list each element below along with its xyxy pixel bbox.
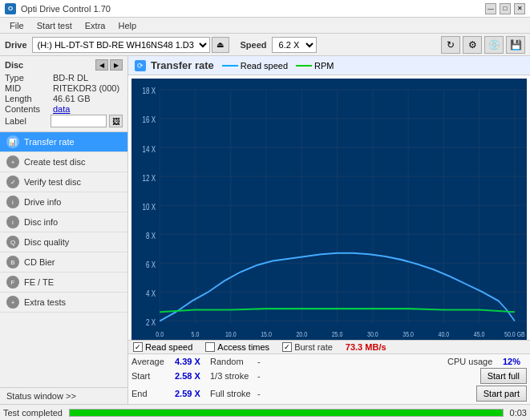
legend-read-color — [222, 65, 238, 67]
mid-label: MID — [5, 83, 53, 93]
length-label: Length — [5, 94, 53, 103]
extra-tests-label: Extra tests — [24, 297, 66, 307]
drive-info-label: Drive info — [24, 197, 61, 207]
svg-text:16 X: 16 X — [143, 115, 156, 125]
disc-quality-icon: Q — [6, 236, 19, 248]
sidebar-item-cd-bier[interactable]: B CD Bier — [0, 252, 127, 273]
cd-bier-label: CD Bier — [24, 257, 55, 267]
access-times-checkbox[interactable] — [205, 342, 215, 352]
status-time: 0:03 — [510, 408, 527, 418]
refresh-icon[interactable]: ↻ — [441, 36, 460, 54]
random-label: Random — [210, 357, 254, 366]
svg-rect-0 — [131, 79, 527, 340]
svg-text:5.0: 5.0 — [192, 329, 200, 338]
drive-info-icon: i — [6, 196, 19, 208]
sidebar-item-disc-info[interactable]: i Disc info — [0, 212, 127, 232]
stroke-value: - — [257, 371, 273, 381]
burst-rate-label: Burst rate — [294, 342, 333, 352]
app-icon: O — [5, 3, 16, 14]
maximize-button[interactable]: □ — [500, 3, 511, 14]
sidebar-item-extra-tests[interactable]: + Extra tests — [0, 293, 127, 313]
fe-te-icon: F — [6, 276, 19, 289]
svg-text:10 X: 10 X — [143, 201, 156, 212]
start-full-button[interactable]: Start full — [480, 368, 527, 384]
status-window-button[interactable]: Status window >> — [0, 387, 127, 404]
menu-help[interactable]: Help — [111, 19, 143, 32]
chart-title: Transfer rate — [151, 59, 214, 71]
sidebar: Disc ◀ ▶ Type BD-R DL MID RITEKDR3 (000)… — [0, 56, 128, 404]
save-icon[interactable]: 💾 — [506, 36, 525, 54]
eject-button[interactable]: ⏏ — [212, 37, 229, 53]
contents-value[interactable]: data — [53, 104, 70, 114]
stats-row-2: Start 2.58 X 1/3 stroke - Start full — [131, 367, 527, 385]
average-value: 4.39 X — [175, 357, 207, 366]
disc-icon-1[interactable]: ◀ — [95, 59, 108, 71]
menu-file[interactable]: File — [3, 19, 30, 32]
svg-text:10.0: 10.0 — [225, 329, 237, 338]
sidebar-item-verify-test-disc[interactable]: ✓ Verify test disc — [0, 172, 127, 192]
close-button[interactable]: ✕ — [514, 3, 525, 14]
status-progress-container — [69, 409, 504, 417]
start-part-button[interactable]: Start part — [476, 386, 527, 402]
drive-select-container: (H:) HL-DT-ST BD-RE WH16NS48 1.D3 ⏏ — [32, 37, 229, 53]
svg-text:14 X: 14 X — [143, 143, 156, 154]
svg-text:18 X: 18 X — [143, 86, 156, 96]
sidebar-item-transfer-rate[interactable]: 📊 Transfer rate — [0, 132, 127, 152]
legend-rpm-color — [296, 65, 312, 67]
burst-rate-value: 73.3 MB/s — [346, 342, 386, 352]
chart-icon: ⟳ — [135, 60, 146, 71]
svg-text:50.0 GB: 50.0 GB — [504, 329, 525, 338]
type-label: Type — [5, 73, 53, 83]
read-speed-checkbox-label: Read speed — [145, 342, 192, 352]
read-speed-checkbox-group: Read speed — [133, 342, 192, 352]
fe-te-label: FE / TE — [24, 277, 54, 287]
end-label: End — [131, 389, 172, 398]
cd-bier-icon: B — [6, 256, 19, 269]
menu-start-test[interactable]: Start test — [30, 19, 79, 32]
transfer-rate-icon: 📊 — [6, 135, 19, 148]
burst-rate-checkbox-group: Burst rate — [282, 342, 333, 352]
disc-info-icon: i — [6, 216, 19, 228]
label-input[interactable] — [51, 115, 107, 127]
end-value: 2.59 X — [175, 389, 207, 398]
checkbox-row: Read speed Access times Burst rate 73.3 … — [128, 340, 530, 353]
stats-row-1: Average 4.39 X Random - CPU usage 12% — [131, 356, 527, 367]
legend-rpm-label: RPM — [314, 61, 334, 71]
disc-label: Disc — [5, 60, 23, 70]
stats-row-3: End 2.59 X Full stroke - Start part — [131, 385, 527, 402]
random-value: - — [257, 357, 273, 366]
sidebar-item-fe-te[interactable]: F FE / TE — [0, 273, 127, 293]
speed-select[interactable]: 6.2 X — [272, 37, 317, 53]
svg-text:40.0: 40.0 — [439, 329, 450, 338]
status-progress-bar — [70, 410, 503, 416]
svg-text:35.0: 35.0 — [403, 329, 414, 338]
sidebar-item-create-test-disc[interactable]: + Create test disc — [0, 152, 127, 172]
settings-icon[interactable]: ⚙ — [463, 36, 482, 54]
sidebar-item-drive-info[interactable]: i Drive info — [0, 192, 127, 212]
read-speed-checkbox[interactable] — [133, 342, 143, 352]
legend-rpm: RPM — [296, 61, 334, 71]
minimize-button[interactable]: — — [485, 3, 496, 14]
label-icon-button[interactable]: 🖼 — [109, 115, 123, 127]
start-label: Start — [131, 371, 172, 381]
legend-read-speed: Read speed — [222, 61, 288, 71]
title-bar: O Opti Drive Control 1.70 — □ ✕ — [0, 0, 530, 18]
stats-section: Average 4.39 X Random - CPU usage 12% St… — [128, 353, 530, 404]
full-stroke-label: Full stroke — [210, 389, 254, 398]
drive-select[interactable]: (H:) HL-DT-ST BD-RE WH16NS48 1.D3 — [32, 37, 210, 53]
status-text: Test completed — [3, 408, 63, 418]
svg-text:0.0: 0.0 — [156, 329, 164, 338]
chart-svg-container: 18 X 16 X 14 X 12 X 10 X 8 X 6 X 4 X 2 X… — [128, 75, 530, 340]
menu-extra[interactable]: Extra — [79, 19, 112, 32]
contents-label: Contents — [5, 104, 53, 114]
chart-header: ⟳ Transfer rate Read speed RPM — [128, 56, 530, 75]
status-window-label: Status window >> — [6, 391, 76, 401]
burst-rate-checkbox[interactable] — [282, 342, 292, 352]
disc-icon[interactable]: 💿 — [484, 36, 504, 54]
access-times-checkbox-group: Access times — [205, 342, 269, 352]
drive-bar: Drive (H:) HL-DT-ST BD-RE WH16NS48 1.D3 … — [0, 34, 530, 56]
sidebar-item-disc-quality[interactable]: Q Disc quality — [0, 232, 127, 252]
svg-text:12 X: 12 X — [143, 172, 156, 183]
disc-icon-2[interactable]: ▶ — [110, 59, 123, 71]
svg-text:6 X: 6 X — [146, 260, 156, 270]
